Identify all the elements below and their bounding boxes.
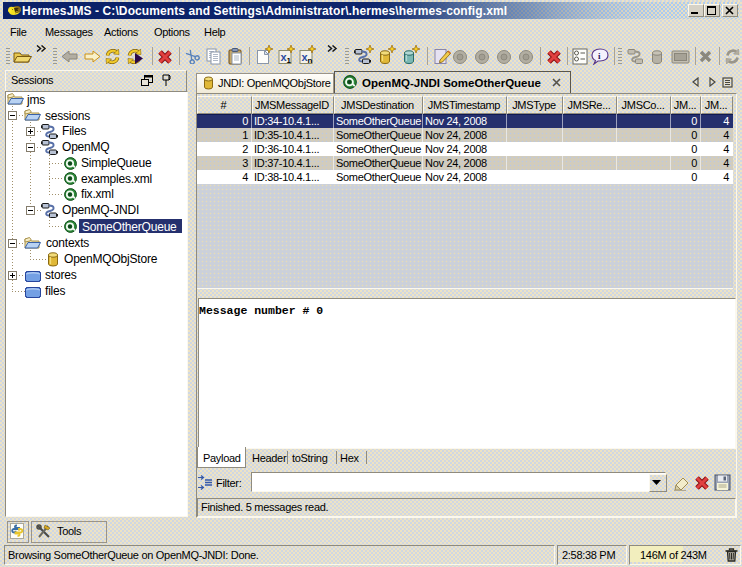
svg-text:n: n xyxy=(308,56,313,65)
svg-text:1: 1 xyxy=(287,56,292,65)
